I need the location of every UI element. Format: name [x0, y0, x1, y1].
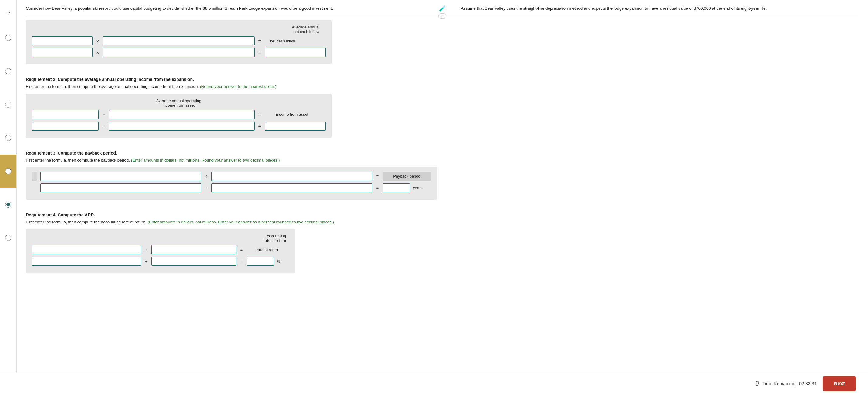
req2-instruction: First enter the formula, then compute th… [26, 84, 859, 90]
op-div-r4-1: ÷ [144, 247, 148, 253]
net-cash-table: Average annual net cash inflow × = net c… [26, 20, 332, 64]
req4-row2: ÷ = % [32, 257, 289, 266]
payback-period-label: Payback period [382, 172, 431, 181]
radio-2[interactable] [5, 68, 11, 74]
req4-input2a[interactable] [32, 257, 141, 266]
op-equals-2: = [257, 50, 262, 55]
net-cash-input1b[interactable] [103, 36, 254, 45]
req3-input2a[interactable] [40, 183, 201, 193]
sidebar-item-7[interactable] [0, 221, 17, 255]
req3-formula-table: ÷ = Payback period ÷ = years [26, 167, 437, 200]
radio-1[interactable] [5, 35, 11, 41]
op-div-r4-2: ÷ [144, 259, 148, 264]
op-equals-r3-2: = [375, 185, 379, 190]
req3-row1: ÷ = Payback period [32, 172, 431, 181]
net-cash-result[interactable] [265, 48, 326, 57]
radio-3[interactable] [5, 102, 11, 108]
req3-title: Requirement 3. Compute the payback perio… [26, 151, 859, 156]
context-right-text: Assume that Bear Valley uses the straigh… [449, 5, 859, 11]
sidebar-item-1[interactable] [0, 21, 17, 55]
net-cash-row1: × = net cash inflow [32, 36, 326, 45]
op-minus-r2-2: − [102, 123, 106, 129]
req4-instruction: First enter the formula, then compute th… [26, 219, 859, 225]
context-bar: Consider how Bear Valley, a popular ski … [26, 3, 859, 15]
percent-label: % [277, 259, 281, 264]
radio-7[interactable] [5, 235, 11, 241]
req4-formula-table: Accounting rate of return ÷ = rate of re… [26, 229, 295, 273]
req4-green-note: (Enter amounts in dollars, not millions.… [148, 220, 334, 224]
req2-result[interactable] [265, 122, 326, 131]
net-cash-header: Average annual net cash inflow [32, 25, 326, 34]
op-equals-r3-1: = [375, 174, 379, 179]
req4-row1: ÷ = rate of return [32, 245, 289, 254]
req3-grey-indicator [32, 172, 37, 181]
req2-green-note: (Round your answer to the nearest dollar… [200, 84, 276, 89]
requirement-2-section: Requirement 2. Compute the average annua… [26, 77, 859, 144]
op-div-r3-2: ÷ [204, 185, 209, 190]
net-cash-input1a[interactable] [32, 36, 93, 45]
req3-green-note: (Enter amounts in dollars, not millions.… [131, 158, 280, 162]
sidebar-item-4[interactable] [0, 121, 17, 155]
req2-input2a[interactable] [32, 122, 99, 131]
req2-row2: − = [32, 122, 326, 131]
req3-input1b[interactable] [212, 172, 372, 181]
net-cash-input2b[interactable] [103, 48, 254, 57]
nav-arrow: → [0, 3, 17, 21]
op-equals-r4-2: = [239, 259, 244, 264]
req4-input1b[interactable] [151, 245, 236, 254]
divider-icon: 🧪 [438, 5, 447, 12]
requirement-3-section: Requirement 3. Compute the payback perio… [26, 151, 859, 206]
next-button[interactable]: Next [823, 376, 856, 391]
req4-result-label: rate of return [247, 248, 289, 252]
req2-header: Average annual operating income from ass… [32, 98, 326, 108]
radio-6[interactable] [5, 201, 11, 207]
req4-input1a[interactable] [32, 245, 141, 254]
sidebar-item-3[interactable] [0, 88, 17, 121]
context-left-text: Consider how Bear Valley, a popular ski … [26, 5, 436, 11]
op-multiply-2: × [96, 50, 100, 55]
req2-input1b[interactable] [109, 110, 254, 119]
req3-row2: ÷ = years [32, 183, 431, 193]
op-equals-1: = [257, 38, 262, 44]
req3-input2b[interactable] [212, 183, 372, 193]
sidebar-item-2[interactable] [0, 55, 17, 88]
req2-result-label: income from asset [265, 112, 319, 117]
sidebar: → [0, 0, 17, 394]
op-equals-r2-1: = [257, 112, 262, 117]
req3-result[interactable] [382, 183, 410, 193]
op-multiply-1: × [96, 38, 100, 44]
req3-input1a[interactable] [40, 172, 201, 181]
net-cash-section: Average annual net cash inflow × = net c… [26, 20, 859, 70]
sidebar-item-6[interactable] [0, 188, 17, 221]
time-remaining-label: Time Remaining: [763, 381, 797, 386]
op-equals-r4-1: = [239, 247, 244, 253]
bottom-bar: ⏱ Time Remaining: 02:33:31 Next [0, 373, 868, 394]
req2-input2b[interactable] [109, 122, 254, 131]
requirement-4-section: Requirement 4. Compute the ARR. First en… [26, 212, 859, 279]
req4-result[interactable] [247, 257, 274, 266]
time-remaining-value: 02:33:31 [799, 381, 817, 386]
op-div-r3-1: ÷ [204, 174, 209, 179]
req4-header: Accounting rate of return [32, 234, 289, 243]
radio-5[interactable] [5, 168, 11, 174]
req4-input2b[interactable] [151, 257, 236, 266]
radio-4[interactable] [5, 135, 11, 141]
clock-icon: ⏱ [754, 380, 760, 387]
req2-input1a[interactable] [32, 110, 99, 119]
net-cash-label: net cash inflow [265, 39, 301, 43]
years-label: years [413, 186, 423, 190]
main-content: Consider how Bear Valley, a popular ski … [17, 0, 868, 394]
op-minus-r2-1: − [102, 112, 106, 117]
req4-title: Requirement 4. Compute the ARR. [26, 212, 859, 217]
sidebar-item-5[interactable] [0, 155, 17, 188]
expand-dots[interactable]: ··· [438, 13, 446, 19]
net-cash-row2: × = [32, 48, 326, 57]
op-equals-r2-2: = [257, 123, 262, 129]
req2-formula-table: Average annual operating income from ass… [26, 94, 332, 138]
req3-instruction: First enter the formula, then compute th… [26, 157, 859, 163]
time-remaining: ⏱ Time Remaining: 02:33:31 [754, 380, 817, 387]
net-cash-input2a[interactable] [32, 48, 93, 57]
req2-row1: − = income from asset [32, 110, 326, 119]
req2-title: Requirement 2. Compute the average annua… [26, 77, 859, 82]
